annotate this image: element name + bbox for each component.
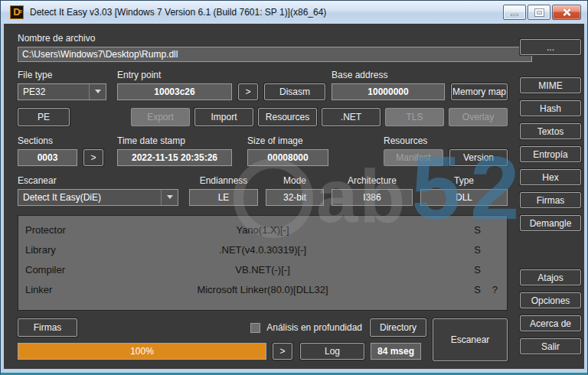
scan-button[interactable]: Escanear bbox=[433, 318, 508, 361]
file-type-label: File type bbox=[18, 70, 106, 80]
scan-row: Escanear Detect It Easy(DiE) Endianness … bbox=[18, 175, 508, 206]
architecture-label: Architecture bbox=[332, 175, 413, 186]
sidebar-button-strings[interactable]: Textos bbox=[520, 123, 581, 139]
client-area: ab 52 Nombre de archivo File type PE32 E… bbox=[4, 24, 584, 369]
time-date-stamp-value: 2022-11-15 20:35:26 bbox=[117, 149, 232, 166]
overlay-button: Overlay bbox=[449, 108, 508, 126]
size-of-image-label: Size of image bbox=[247, 135, 328, 146]
elapsed-time-value: 84 mseg bbox=[371, 343, 421, 360]
resources-button[interactable]: Resources bbox=[258, 108, 317, 126]
file-name-label: Nombre de archivo bbox=[18, 33, 508, 44]
deep-scan-label[interactable]: Análisis en profundidad bbox=[266, 322, 362, 333]
app-icon-sub-letter: e bbox=[19, 5, 22, 18]
window-controls bbox=[501, 5, 581, 20]
maximize-button[interactable] bbox=[528, 5, 550, 20]
window-title: Detect It Easy v3.03 [Windows 7 Version … bbox=[30, 7, 501, 18]
scan-engine-label: Escanear bbox=[18, 175, 178, 186]
result-signature-link[interactable]: S bbox=[474, 264, 481, 276]
version-button[interactable]: Version bbox=[449, 149, 508, 166]
result-signature-link[interactable]: S bbox=[474, 284, 481, 295]
type-value: DLL bbox=[420, 189, 508, 206]
tls-button: TLS bbox=[385, 108, 444, 126]
sidebar-button-signatures[interactable]: Firmas bbox=[520, 192, 581, 208]
architecture-value: I386 bbox=[332, 189, 413, 206]
result-category: Protector bbox=[25, 224, 66, 236]
sections-value: 0003 bbox=[18, 149, 77, 166]
endianness-value: LE bbox=[189, 189, 258, 206]
sidebar-button-exit[interactable]: Salir bbox=[520, 338, 581, 354]
result-category: Library bbox=[25, 244, 56, 256]
signatures-button[interactable]: Firmas bbox=[18, 318, 77, 337]
title-bar[interactable]: De Detect It Easy v3.03 [Windows 7 Versi… bbox=[1, 1, 587, 24]
file-path-input[interactable] bbox=[18, 47, 532, 62]
close-button[interactable] bbox=[552, 5, 581, 20]
header-row: File type PE32 Entry point 10003c26 > Di… bbox=[18, 70, 508, 100]
result-row[interactable]: Linker Microsoft Linker(80.0)[DLL32] S ? bbox=[18, 280, 507, 300]
chevron-down-icon bbox=[161, 190, 178, 205]
sections-label: Sections bbox=[18, 135, 103, 146]
sections-more-button[interactable]: > bbox=[83, 149, 103, 166]
mode-value: 32-bit bbox=[266, 189, 324, 206]
minimize-icon bbox=[511, 14, 518, 16]
minimize-button[interactable] bbox=[503, 5, 526, 20]
result-value: VB.NET(-)[-] bbox=[18, 260, 507, 276]
result-category: Compiler bbox=[25, 264, 65, 276]
app-window: De Detect It Easy v3.03 [Windows 7 Versi… bbox=[0, 0, 588, 375]
bottom-bar: Firmas Análisis en profundidad Directory… bbox=[18, 318, 508, 361]
sidebar-button-entropy[interactable]: Entropía bbox=[520, 146, 581, 162]
export-button: Export bbox=[131, 108, 190, 126]
result-row[interactable]: Protector Yano(1.X)[-] S bbox=[18, 220, 507, 240]
sidebar-button-options[interactable]: Opciones bbox=[520, 292, 581, 308]
memory-map-button[interactable]: Memory map bbox=[451, 83, 508, 100]
time-date-stamp-label: Time date stamp bbox=[117, 135, 232, 146]
scan-engine-select[interactable]: Detect It Easy(DiE) bbox=[18, 189, 178, 206]
chevron-down-icon bbox=[89, 84, 106, 99]
entry-point-value: 10003c26 bbox=[117, 83, 232, 100]
import-button[interactable]: Import bbox=[194, 108, 253, 126]
main-column: Nombre de archivo File type PE32 Entry p… bbox=[18, 31, 508, 361]
result-value: Microsoft Linker(80.0)[DLL32] bbox=[18, 280, 507, 295]
sidebar-button-hash[interactable]: Hash bbox=[520, 100, 581, 116]
directory-button[interactable]: Directory bbox=[370, 318, 426, 337]
file-type-value: PE32 bbox=[23, 86, 45, 97]
type-label: Type bbox=[420, 175, 508, 186]
log-button[interactable]: Log bbox=[300, 343, 364, 360]
dotnet-button[interactable]: .NET bbox=[322, 108, 381, 126]
sidebar: ... MIME Hash Textos Entropía Hex Firmas… bbox=[520, 31, 581, 361]
sidebar-button-demangle[interactable]: Demangle bbox=[520, 215, 581, 231]
sidebar-button-hex[interactable]: Hex bbox=[520, 169, 581, 185]
pe-button[interactable]: PE bbox=[18, 108, 70, 126]
base-address-value: 10000000 bbox=[332, 83, 445, 100]
disasm-button[interactable]: Disasm bbox=[264, 83, 325, 100]
size-of-image-value: 00008000 bbox=[247, 149, 328, 166]
resources-label: Resources bbox=[384, 135, 508, 146]
result-help-link[interactable]: ? bbox=[492, 284, 498, 295]
scan-engine-value: Detect It Easy(DiE) bbox=[23, 192, 101, 203]
entry-point-more-button[interactable]: > bbox=[238, 83, 258, 100]
deep-scan-checkbox[interactable] bbox=[250, 323, 260, 333]
results-panel: Protector Yano(1.X)[-] S Library .NET(v4… bbox=[18, 215, 508, 311]
result-signature-link[interactable]: S bbox=[474, 224, 481, 236]
result-value: Yano(1.X)[-] bbox=[18, 220, 507, 236]
result-category: Linker bbox=[25, 284, 52, 295]
app-icon: De bbox=[10, 5, 24, 19]
result-row[interactable]: Compiler VB.NET(-)[-] S bbox=[18, 260, 507, 280]
progress-bar: 100% bbox=[18, 343, 266, 360]
maximize-icon bbox=[535, 9, 544, 16]
endianness-label: Endianness bbox=[189, 175, 258, 186]
base-address-label: Base address bbox=[332, 70, 508, 80]
result-signature-link[interactable]: S bbox=[474, 244, 481, 256]
browse-button[interactable]: ... bbox=[520, 39, 581, 55]
sidebar-button-mime[interactable]: MIME bbox=[520, 77, 581, 93]
result-value: .NET(v4.0.30319)[-] bbox=[18, 240, 507, 256]
pe-buttons-row: PE Export Import Resources .NET TLS Over… bbox=[18, 108, 508, 126]
sections-row: Sections 0003 > Time date stamp 2022-11-… bbox=[18, 135, 508, 166]
sidebar-button-shortcuts[interactable]: Atajos bbox=[520, 269, 581, 285]
close-icon bbox=[562, 8, 571, 17]
result-row[interactable]: Library .NET(v4.0.30319)[-] S bbox=[18, 240, 507, 260]
manifest-button: Manifest bbox=[384, 149, 443, 166]
entry-point-label: Entry point bbox=[117, 70, 325, 80]
file-type-select[interactable]: PE32 bbox=[18, 83, 106, 100]
log-more-button[interactable]: > bbox=[273, 343, 292, 360]
sidebar-button-about[interactable]: Acerca de bbox=[520, 315, 581, 331]
